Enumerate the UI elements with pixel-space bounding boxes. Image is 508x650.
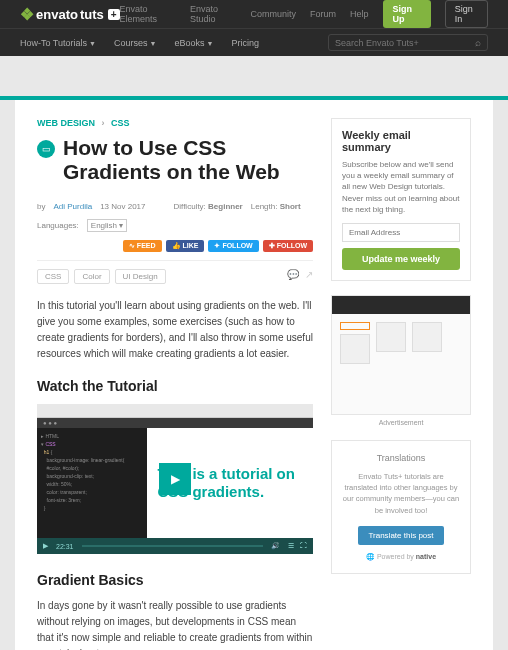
category-icon: ▭ <box>37 140 55 158</box>
play-icon[interactable]: ▶ <box>159 463 191 495</box>
play-control-icon[interactable]: ▶ <box>43 542 48 550</box>
like-badge[interactable]: 👍 LIKE <box>166 240 205 252</box>
code-panel: ▸ HTML▾ CSS h1 { background-image: linea… <box>37 428 147 538</box>
page-title: How to Use CSS Gradients on the Web <box>63 136 313 184</box>
feed-badge[interactable]: ∿ FEED <box>123 240 162 252</box>
logo-sub: tuts <box>80 7 104 22</box>
chevron-down-icon: ▼ <box>89 40 96 47</box>
signup-button[interactable]: Sign Up <box>383 0 431 28</box>
comment-icon[interactable]: 💬 <box>287 269 299 284</box>
author-link[interactable]: Adi Purdila <box>53 202 92 211</box>
translations-title: Translations <box>342 453 460 463</box>
weekly-email-box: Weekly email summary Subscribe below and… <box>331 118 471 281</box>
cc-icon[interactable]: ☰ <box>288 542 294 550</box>
heading-basics: Gradient Basics <box>37 572 313 588</box>
progress-bar[interactable] <box>82 545 263 547</box>
nav-courses[interactable]: Courses▼ <box>114 38 156 48</box>
translations-text: Envato Tuts+ tutorials are translated in… <box>342 471 460 516</box>
breadcrumb-sub[interactable]: CSS <box>111 118 130 128</box>
search-input[interactable] <box>335 38 475 48</box>
basics-p1: In days gone by it wasn't really possibl… <box>37 598 313 650</box>
top-link-forum[interactable]: Forum <box>310 9 336 19</box>
chevron-down-icon: ▼ <box>149 40 156 47</box>
email-field[interactable] <box>342 223 460 242</box>
powered-by: 🌐 Powered by native <box>342 553 460 561</box>
top-link-elements[interactable]: Envato Elements <box>120 4 176 24</box>
video-controls[interactable]: ▶ 22:31 🔊 ☰ ⛶ <box>37 538 313 554</box>
update-button[interactable]: Update me weekly <box>342 248 460 270</box>
follow-badge[interactable]: ✦ FOLLOW <box>208 240 258 252</box>
top-link-studio[interactable]: Envato Studio <box>190 4 236 24</box>
logo-plus: + <box>108 9 120 20</box>
weekly-title: Weekly email summary <box>342 129 460 153</box>
search-box[interactable]: ⌕ <box>328 34 488 51</box>
heading-watch: Watch the Tutorial <box>37 378 313 394</box>
nav-howto[interactable]: How-To Tutorials▼ <box>20 38 96 48</box>
nav-ebooks[interactable]: eBooks▼ <box>174 38 213 48</box>
video-player[interactable]: ● ● ● ▸ HTML▾ CSS h1 { background-image:… <box>37 404 313 554</box>
leaf-icon: ❖ <box>20 5 34 24</box>
language-select[interactable]: English ▾ <box>87 219 127 232</box>
breadcrumb: WEB DESIGN › CSS <box>37 118 313 128</box>
advertisement[interactable] <box>331 295 471 415</box>
top-link-community[interactable]: Community <box>251 9 297 19</box>
share-icon[interactable]: ↗ <box>305 269 313 284</box>
logo-brand: envato <box>36 7 78 22</box>
ad-label: Advertisement <box>331 419 471 426</box>
translate-button[interactable]: Translate this post <box>358 526 443 545</box>
gfollow-badge[interactable]: ✚ FOLLOW <box>263 240 313 252</box>
nav-pricing[interactable]: Pricing <box>231 38 259 48</box>
breadcrumb-cat[interactable]: WEB DESIGN <box>37 118 95 128</box>
fullscreen-icon[interactable]: ⛶ <box>300 542 307 550</box>
tag-color[interactable]: Color <box>74 269 109 284</box>
translations-box: Translations Envato Tuts+ tutorials are … <box>331 440 471 574</box>
intro-paragraph: In this tutorial you'll learn about usin… <box>37 298 313 362</box>
weekly-text: Subscribe below and we'll send you a wee… <box>342 159 460 215</box>
top-link-help[interactable]: Help <box>350 9 369 19</box>
article-date: 13 Nov 2017 <box>100 202 145 211</box>
volume-icon[interactable]: 🔊 <box>271 542 280 550</box>
tag-uidesign[interactable]: UI Design <box>115 269 166 284</box>
search-icon[interactable]: ⌕ <box>475 37 481 48</box>
video-time: 22:31 <box>56 543 74 550</box>
chevron-down-icon: ▼ <box>206 40 213 47</box>
by-label: by <box>37 202 45 211</box>
logo[interactable]: ❖ envato tuts + <box>20 5 120 24</box>
signin-button[interactable]: Sign In <box>445 0 488 28</box>
tag-css[interactable]: CSS <box>37 269 69 284</box>
